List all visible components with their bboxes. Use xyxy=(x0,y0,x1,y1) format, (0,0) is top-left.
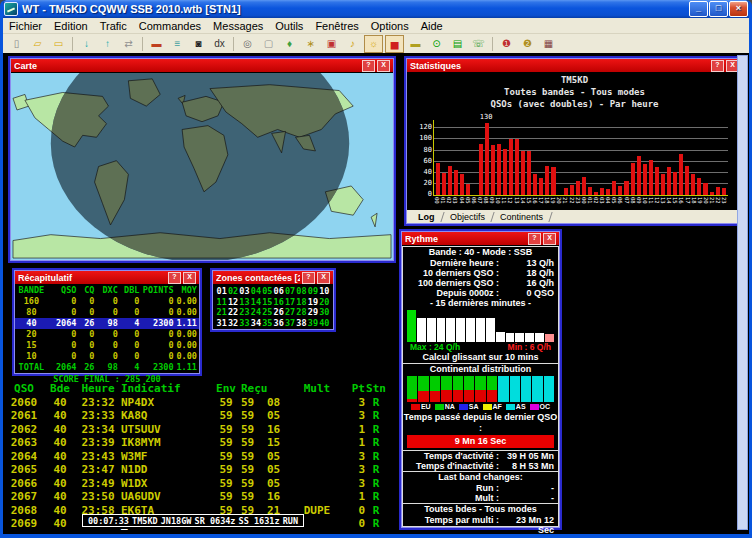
recap-row[interactable]: TOTAL20642698423001.11 xyxy=(15,362,199,373)
check-call-icon[interactable]: ◎ xyxy=(238,35,257,53)
alarm-icon[interactable]: ♪ xyxy=(343,35,362,53)
menu-item-trafic[interactable]: Trafic xyxy=(94,20,133,32)
radio-icon[interactable]: ☏ xyxy=(469,35,488,53)
voice-keyer-icon[interactable]: ▬ xyxy=(147,35,166,53)
open-log-icon[interactable]: ▱ xyxy=(28,35,47,53)
menu-item-fichier[interactable]: Fichier xyxy=(3,20,48,32)
log-cell-zone: 16 xyxy=(267,423,293,437)
help-button[interactable]: ? xyxy=(528,233,541,245)
qso-bar xyxy=(588,187,592,195)
continental-bar xyxy=(464,376,474,402)
bar-slot xyxy=(515,120,519,195)
zones-titlebar[interactable]: Zones contactées [26/40] ? X xyxy=(213,271,333,284)
recap-header: CQ xyxy=(76,285,94,296)
gears-icon[interactable]: ∗ xyxy=(301,35,320,53)
log-row[interactable]: 20644023:43W3MF5959053R xyxy=(3,450,399,464)
menu-item-fentres[interactable]: Fenêtres xyxy=(309,20,364,32)
clock-icon[interactable]: ⊙ xyxy=(427,35,446,53)
qso-bar xyxy=(454,170,458,195)
help-button[interactable]: ? xyxy=(362,60,375,72)
close-log-icon[interactable]: ▭ xyxy=(49,35,68,53)
total-stat-label: Temps par multi : xyxy=(403,515,499,535)
log-row[interactable]: 20664023:49W1DX5959053R xyxy=(3,477,399,491)
continent-segment-eu xyxy=(453,390,463,402)
recap-row[interactable]: 160000000.00 xyxy=(15,296,199,307)
menu-item-outils[interactable]: Outils xyxy=(269,20,309,32)
log-cell-ind: W3MF xyxy=(121,450,211,464)
recap-titlebar[interactable]: Récapitulatif ? X xyxy=(15,271,199,284)
help-button[interactable]: ? xyxy=(302,272,315,284)
new-log-icon[interactable]: ▯ xyxy=(7,35,26,53)
network-icon[interactable]: ▦ xyxy=(539,35,558,53)
menu-item-commandes[interactable]: Commandes xyxy=(133,20,207,32)
band-changes-title: Last band changes: xyxy=(403,472,558,483)
menu-item-messages[interactable]: Messages xyxy=(207,20,269,32)
tab-log[interactable]: Log xyxy=(409,212,444,222)
menu-item-options[interactable]: Options xyxy=(365,20,415,32)
close-icon[interactable]: X xyxy=(377,60,390,72)
gab-window-icon[interactable]: ▢ xyxy=(259,35,278,53)
log-row[interactable]: 20604023:32NP4DX5959083R xyxy=(3,396,399,410)
x-axis-tick-label: 21 xyxy=(710,197,714,210)
menu-item-edition[interactable]: Edition xyxy=(48,20,94,32)
dx-spot-icon[interactable]: dx xyxy=(210,35,229,53)
band-map-icon[interactable]: ▤ xyxy=(448,35,467,53)
zone-37: 37 xyxy=(284,318,295,329)
statistics-icon[interactable]: ▅ xyxy=(385,35,404,53)
recap-row[interactable]: 4020642698423001.11 xyxy=(15,318,199,329)
log-row[interactable]: 20614023:33KA8Q5959053R xyxy=(3,409,399,423)
maximize-button[interactable]: □ xyxy=(709,1,728,17)
recap-cell: 0 xyxy=(76,340,94,351)
help-button[interactable]: ? xyxy=(711,60,724,72)
recap-row[interactable]: 10000000.00 xyxy=(15,351,199,362)
rythme-titlebar[interactable]: Rythme ? X xyxy=(402,232,559,245)
help-button[interactable]: ? xyxy=(168,272,181,284)
recap-row[interactable]: 15000000.00 xyxy=(15,340,199,351)
log-row[interactable]: 20624023:34UT5UUV5959161R xyxy=(3,423,399,437)
statistiques-titlebar[interactable]: Statistiques ? X xyxy=(407,59,742,72)
legend-chip xyxy=(435,404,444,410)
radio1-icon[interactable]: ❶ xyxy=(497,35,516,53)
close-button[interactable]: × xyxy=(729,1,748,17)
zone-28: 28 xyxy=(296,307,307,318)
station-monitor-icon[interactable]: ▣ xyxy=(322,35,341,53)
tab-label: Objectifs xyxy=(450,212,485,222)
notes-icon[interactable]: ≡ xyxy=(168,35,187,53)
dx-cluster-icon[interactable]: ◙ xyxy=(189,35,208,53)
bar-slot xyxy=(710,120,714,195)
carte-titlebar[interactable]: Carte ? X xyxy=(11,59,393,72)
band-change-label: Mult : xyxy=(403,493,499,503)
app-titlebar[interactable]: WT - TM5KD CQWW SSB 2010.wtb [STN1] _ □ … xyxy=(0,0,752,18)
tab-objectifs[interactable]: Objectifs xyxy=(441,212,494,222)
import-icon[interactable]: ↓ xyxy=(77,35,96,53)
x-axis-tick-label: 05 xyxy=(612,197,616,210)
log-row[interactable]: 20674023:50UA6UDV5959161R xyxy=(3,490,399,504)
x-axis-tick-label: 11 xyxy=(502,197,506,210)
microphone-icon[interactable]: ♦ xyxy=(280,35,299,53)
radio2-icon[interactable]: ❷ xyxy=(518,35,537,53)
close-icon[interactable]: X xyxy=(543,233,556,245)
zones-window: Zones contactées [26/40] ? X 01020304050… xyxy=(210,268,336,332)
menu-item-aide[interactable]: Aide xyxy=(415,20,449,32)
recap-cell: 2064 xyxy=(46,362,77,373)
tab-continents[interactable]: Continents xyxy=(491,212,552,222)
lamp-icon[interactable]: ☼ xyxy=(364,35,383,53)
bar-slot xyxy=(533,120,537,195)
log-row[interactable]: 20634023:39IK8MYM5959151R xyxy=(3,436,399,450)
sync-icon[interactable]: ⇄ xyxy=(119,35,138,53)
recap-row[interactable]: 80000000.00 xyxy=(15,307,199,318)
toolbar: ▯▱▭↓↑⇄▬≡◙dx◎▢♦∗▣♪☼▅▬⊙▤☏❶❷▦ xyxy=(3,34,749,53)
zone-13: 13 xyxy=(239,297,250,308)
minimize-button[interactable]: _ xyxy=(689,1,708,17)
recap-cell: 26 xyxy=(76,362,94,373)
vertical-scrollbar[interactable] xyxy=(737,55,748,530)
log-cell-qso: 2061 xyxy=(3,409,45,423)
log-row[interactable]: 20654023:47N1DD5959053R xyxy=(3,463,399,477)
recap-row[interactable]: 20000000.00 xyxy=(15,329,199,340)
minute-bar xyxy=(515,333,524,342)
export-icon[interactable]: ↑ xyxy=(98,35,117,53)
close-icon[interactable]: X xyxy=(183,272,196,284)
memo-icon[interactable]: ▬ xyxy=(406,35,425,53)
close-icon[interactable]: X xyxy=(317,272,330,284)
recap-cell: 98 xyxy=(94,318,117,329)
